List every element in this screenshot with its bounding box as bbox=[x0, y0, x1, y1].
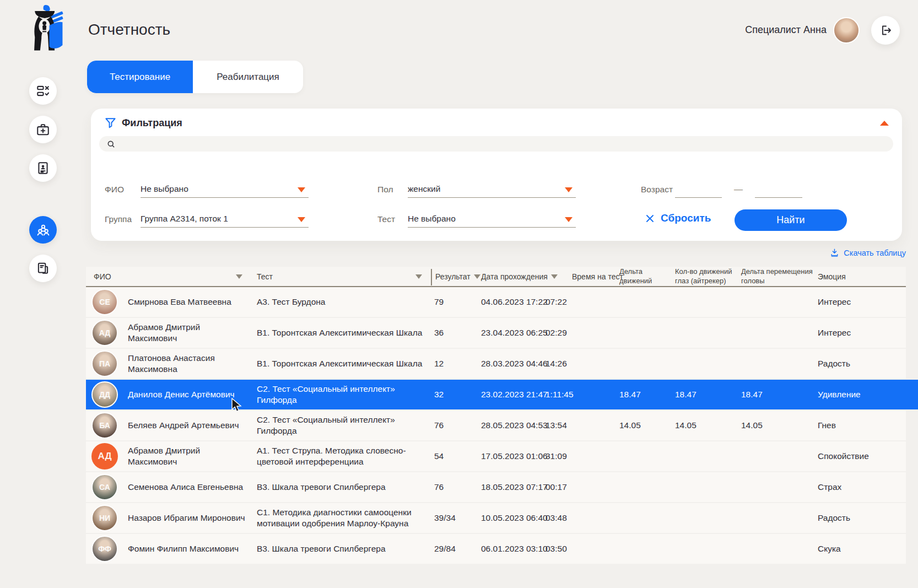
tab-bar: Тестирование Реабилитация bbox=[87, 61, 303, 93]
gender-label: Пол bbox=[377, 185, 408, 198]
cell-delta: 14.05 bbox=[619, 411, 672, 440]
cell-emotion: Страх bbox=[818, 472, 909, 502]
cell-test: В3. Шкала тревоги Спилбергера bbox=[257, 472, 425, 502]
table-row[interactable]: АДАбрамов Дмитрий МаксимовичА1. Тест Стр… bbox=[86, 441, 906, 471]
cell-eyes bbox=[675, 349, 738, 379]
cell-head bbox=[741, 287, 816, 317]
cell-avatar: АД bbox=[91, 441, 120, 471]
avatar-photo: СЕ bbox=[91, 289, 118, 315]
table-row[interactable]: САСеменова Алиса ЕвгеньевнаВ3. Шкала тре… bbox=[86, 472, 906, 502]
test-select[interactable]: Не выбрано bbox=[408, 214, 576, 228]
find-button[interactable]: Найти bbox=[735, 209, 847, 231]
table-row[interactable]: НИНазаров Ибрагим МироновичС1. Методика … bbox=[86, 503, 906, 533]
reset-filters-button[interactable]: Сбросить bbox=[645, 212, 711, 224]
cell-delta bbox=[619, 503, 672, 533]
cell-date: 28.03.2023 04:46 bbox=[481, 349, 553, 379]
chevron-down-icon bbox=[565, 217, 573, 222]
tab-testing[interactable]: Тестирование bbox=[87, 61, 193, 93]
cell-avatar: ДД bbox=[91, 380, 120, 409]
download-icon bbox=[830, 248, 839, 257]
avatar-photo: БА bbox=[91, 412, 118, 439]
cell-date: 23.04.2023 06:25 bbox=[481, 318, 553, 348]
sort-result-icon[interactable] bbox=[474, 274, 480, 279]
table-row-selected[interactable]: ДДДанилов Денис АртёмовичС2. Тест «Социа… bbox=[86, 380, 918, 409]
cell-time: 03:50 bbox=[546, 534, 598, 564]
cell-delta bbox=[619, 349, 672, 379]
app-logo[interactable] bbox=[24, 4, 64, 52]
cell-time: 1:11:45 bbox=[546, 380, 598, 409]
app-root: Отчетность Специалист Анна Тестирование … bbox=[0, 0, 918, 588]
gender-select[interactable]: женский bbox=[408, 184, 576, 198]
sidebar-item-medkit[interactable] bbox=[29, 116, 57, 143]
medkit-icon bbox=[36, 122, 50, 137]
cell-eyes bbox=[675, 472, 738, 502]
avatar-initials: АД bbox=[91, 443, 118, 470]
cell-delta bbox=[619, 441, 672, 471]
collapse-filters-icon[interactable] bbox=[880, 121, 889, 126]
cell-test: А1. Тест Струпа. Методика словесно-цвето… bbox=[257, 441, 425, 471]
cell-emotion: Удивление bbox=[818, 380, 909, 409]
age-from-input[interactable] bbox=[675, 185, 722, 198]
logout-button[interactable] bbox=[871, 16, 900, 45]
cell-head: 18.47 bbox=[741, 380, 816, 409]
close-icon bbox=[645, 213, 655, 224]
cell-name: Абрамов Дмитрий Максимович bbox=[128, 318, 246, 348]
header-divider bbox=[431, 269, 432, 285]
logout-icon bbox=[879, 24, 892, 37]
cell-date: 23.02.2023 21:47 bbox=[481, 380, 553, 409]
cell-eyes bbox=[675, 441, 738, 471]
cell-date: 28.05.2023 04:53 bbox=[481, 411, 553, 440]
id-card-icon bbox=[36, 161, 50, 175]
sort-fio-icon[interactable] bbox=[236, 274, 242, 279]
cell-emotion: Спокойствие bbox=[818, 441, 909, 471]
filter-field-fio: ФИО Не выбрано bbox=[105, 184, 309, 198]
cell-avatar: НИ bbox=[91, 503, 120, 533]
filter-field-test: Тест Не выбрано bbox=[377, 213, 576, 228]
cell-time: 07:22 bbox=[546, 287, 598, 317]
cell-test: А3. Тест Бурдона bbox=[257, 287, 425, 317]
download-table-link[interactable]: Скачать таблицу bbox=[830, 248, 906, 257]
table-row[interactable]: ПАПлатонова Анастасия МаксимовнаВ1. Торо… bbox=[86, 349, 906, 379]
cell-name: Фомин Филипп Максимович bbox=[128, 534, 246, 564]
group-select[interactable]: Группа А2314, поток 1 bbox=[141, 214, 309, 228]
cell-head bbox=[741, 318, 816, 348]
cell-date: 18.05.2023 07:17 bbox=[481, 472, 553, 502]
cell-test: В1. Торонтская Алекситимическая Шкала bbox=[257, 318, 425, 348]
filter-icon bbox=[104, 116, 117, 129]
tab-rehabilitation[interactable]: Реабилитация bbox=[193, 61, 303, 93]
search-input[interactable] bbox=[116, 139, 887, 149]
cell-emotion: Гнев bbox=[818, 411, 909, 440]
cell-head bbox=[741, 441, 816, 471]
filter-title: Фильтрация bbox=[122, 117, 182, 129]
sort-date-icon[interactable] bbox=[551, 274, 558, 279]
checklist-icon bbox=[36, 84, 50, 98]
cell-name: Назаров Ибрагим Миронович bbox=[128, 503, 246, 533]
age-to-input[interactable] bbox=[755, 185, 802, 198]
sidebar-item-groups[interactable] bbox=[29, 216, 57, 244]
sidebar-item-tests[interactable] bbox=[29, 77, 57, 105]
cell-test: С2. Тест «Социальный интеллект» Гилфорда bbox=[257, 380, 425, 409]
cell-head bbox=[741, 503, 816, 533]
table-row[interactable]: АДАбрамов Дмитрий МаксимовичВ1. Торонтск… bbox=[86, 318, 906, 348]
col-eye-moves: Кол-во движений глаз (айтрекер) bbox=[675, 267, 744, 285]
cell-date: 04.06.2023 17:22 bbox=[481, 287, 553, 317]
table-row[interactable]: ФФФомин Филипп МаксимовичВ3. Шкала трево… bbox=[86, 534, 906, 564]
cell-result: 32 bbox=[434, 380, 473, 409]
col-fio: ФИО bbox=[94, 272, 111, 281]
cell-delta bbox=[619, 472, 672, 502]
sort-test-icon[interactable] bbox=[415, 274, 422, 279]
cell-name: Семенова Алиса Евгеньевна bbox=[128, 472, 246, 502]
fio-label: ФИО bbox=[105, 185, 141, 198]
avatar-photo: АД bbox=[91, 320, 118, 346]
avatar-photo: СА bbox=[91, 474, 118, 500]
avatar-photo: ФФ bbox=[91, 536, 118, 562]
cell-test: В3. Шкала тревоги Спилбергера bbox=[257, 534, 425, 564]
sidebar-item-card[interactable] bbox=[29, 154, 57, 182]
sidebar-item-reports[interactable] bbox=[29, 255, 57, 282]
col-date: Дата прохождения bbox=[481, 272, 548, 281]
user-avatar[interactable] bbox=[833, 17, 860, 44]
cell-result: 54 bbox=[434, 441, 473, 471]
fio-select[interactable]: Не выбрано bbox=[141, 184, 309, 198]
table-row[interactable]: БАБеляев Андрей АртемьевичС2. Тест «Соци… bbox=[86, 411, 906, 440]
table-row[interactable]: СЕСмирнова Ева МатвеевнаА3. Тест Бурдона… bbox=[86, 287, 906, 317]
